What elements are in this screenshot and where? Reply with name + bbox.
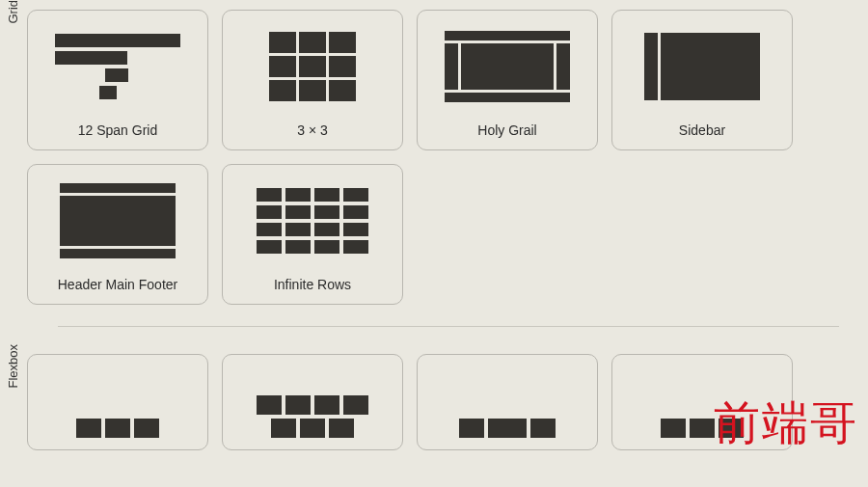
card-header-main-footer[interactable]: Header Main Footer bbox=[27, 164, 208, 305]
card-flex-2[interactable] bbox=[222, 354, 403, 450]
section-divider bbox=[58, 326, 839, 327]
card-holy-grail[interactable]: Holy Grail bbox=[417, 10, 598, 150]
section-flexbox: Flexbox bbox=[0, 344, 868, 450]
thumb-3x3-icon bbox=[232, 20, 393, 113]
thumb-holy-grail-icon bbox=[427, 20, 587, 113]
card-flex-4[interactable] bbox=[611, 354, 793, 450]
section-grid: Grid 12 Span Grid 3 × 3 bbox=[0, 0, 868, 305]
card-label: Holy Grail bbox=[477, 122, 536, 138]
thumb-flex-4-icon bbox=[622, 365, 782, 438]
section-label-flexbox: Flexbox bbox=[0, 344, 27, 406]
card-label: Infinite Rows bbox=[274, 277, 351, 292]
thumb-header-main-footer-icon bbox=[38, 175, 198, 267]
card-flex-1[interactable] bbox=[27, 354, 208, 450]
card-label: Sidebar bbox=[679, 122, 725, 138]
card-3x3[interactable]: 3 × 3 bbox=[222, 10, 403, 150]
thumb-sidebar-icon bbox=[622, 20, 782, 113]
card-infinite-rows[interactable]: Infinite Rows bbox=[222, 164, 403, 305]
card-flex-3[interactable] bbox=[417, 354, 598, 450]
thumb-12-span-grid-icon bbox=[38, 20, 198, 113]
thumb-flex-2-icon bbox=[232, 365, 393, 438]
section-label-grid: Grid bbox=[0, 0, 27, 41]
cards-grid: 12 Span Grid 3 × 3 bbox=[27, 0, 868, 305]
card-label: 3 × 3 bbox=[297, 122, 328, 138]
card-sidebar[interactable]: Sidebar bbox=[611, 10, 793, 150]
thumb-infinite-rows-icon bbox=[232, 175, 393, 267]
card-12-span-grid[interactable]: 12 Span Grid bbox=[27, 10, 208, 150]
thumb-flex-3-icon bbox=[427, 365, 587, 438]
card-label: 12 Span Grid bbox=[78, 122, 158, 138]
thumb-flex-1-icon bbox=[38, 365, 198, 438]
cards-flexbox bbox=[27, 344, 868, 450]
card-label: Header Main Footer bbox=[58, 277, 178, 292]
